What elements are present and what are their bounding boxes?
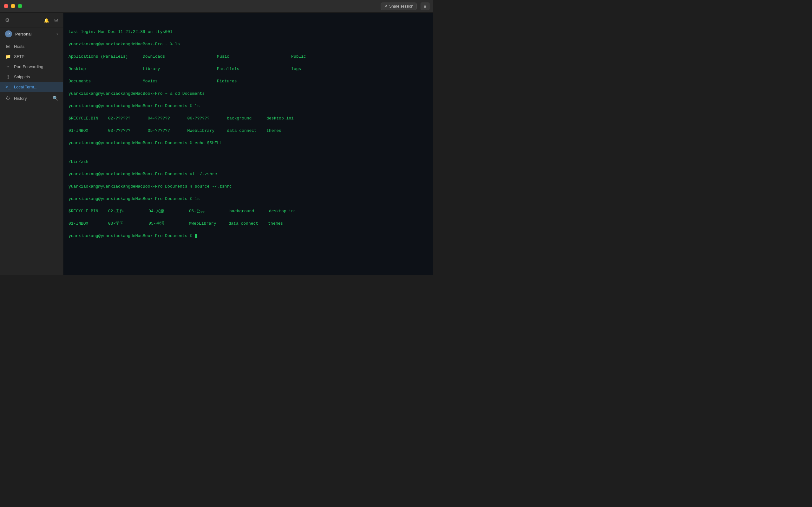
- terminal-line-17: 01-INBOX 03-学习 05-生活 MWebLibrary data co…: [68, 221, 428, 227]
- avatar: P: [5, 31, 12, 38]
- sidebar-item-port-forwarding-label: Port Forwarding: [14, 64, 58, 69]
- terminal-content[interactable]: Last login: Mon Dec 11 21:22:39 on ttys0…: [63, 13, 433, 275]
- share-session-button[interactable]: ↗ Share session: [380, 3, 417, 10]
- compose-icon[interactable]: ✉: [53, 16, 59, 24]
- minimize-button[interactable]: [11, 4, 15, 8]
- terminal-line-15: yuanxiaokang@yuanxiaokangdeMacBook-Pro D…: [68, 196, 428, 202]
- terminal-line-7: yuanxiaokang@yuanxiaokangdeMacBook-Pro D…: [68, 103, 428, 109]
- terminal-line-2: yuanxiaokang@yuanxiaokangdeMacBook-Pro ~…: [68, 41, 428, 48]
- main-layout: ⚙ 🔔 ✉ P Personal ▾ ⊞ Hosts 📁 SFTP ↔: [0, 13, 433, 275]
- terminal-line-12: /bin/zsh: [68, 159, 428, 165]
- folder-icon: 📁: [5, 54, 11, 59]
- terminal-line-1: Last login: Mon Dec 11 21:22:39 on ttys0…: [68, 29, 428, 35]
- layout-icon: ⊞: [423, 4, 426, 9]
- sidebar-item-sftp-label: SFTP: [14, 54, 58, 59]
- search-icon[interactable]: 🔍: [53, 96, 58, 101]
- terminal-line-4: Desktop Library Parallels logs: [68, 66, 428, 72]
- terminal-line-9: 01-INBOX 03-?????? 05-?????? MWebLibrary…: [68, 128, 428, 134]
- terminal-line-6: yuanxiaokang@yuanxiaokangdeMacBook-Pro ~…: [68, 91, 428, 97]
- sidebar-top: ⚙ 🔔 ✉: [0, 13, 63, 28]
- sidebar-item-history-label: History: [14, 96, 49, 101]
- sidebar-item-hosts[interactable]: ⊞ Hosts: [0, 41, 63, 51]
- layout-button[interactable]: ⊞: [420, 3, 429, 10]
- sidebar-item-sftp[interactable]: 📁 SFTP: [0, 51, 63, 61]
- sidebar-item-local-term-label: Local Term...: [14, 84, 58, 89]
- terminal-cursor: [195, 234, 197, 238]
- close-button[interactable]: [4, 4, 8, 8]
- terminal-line-18: yuanxiaokang@yuanxiaokangdeMacBook-Pro D…: [68, 233, 428, 239]
- share-icon: ↗: [384, 4, 387, 9]
- titlebar-right: ↗ Share session ⊞: [380, 3, 429, 10]
- personal-section[interactable]: P Personal ▾: [0, 28, 63, 40]
- sidebar-item-local-term[interactable]: >_ Local Term...: [0, 82, 63, 92]
- sidebar-top-right: 🔔 ✉: [43, 16, 59, 24]
- sidebar-item-snippets[interactable]: {} Snippets: [0, 72, 63, 82]
- terminal-line-5: Documents Movies Pictures: [68, 78, 428, 84]
- sidebar-nav: ⊞ Hosts 📁 SFTP ↔ Port Forwarding {} Snip…: [0, 40, 63, 93]
- terminal-line-14: yuanxiaokang@yuanxiaokangdeMacBook-Pro D…: [68, 183, 428, 190]
- sidebar-item-hosts-label: Hosts: [14, 44, 58, 49]
- hosts-icon: ⊞: [5, 44, 11, 49]
- traffic-lights: [4, 4, 22, 8]
- history-icon: ⏱: [5, 96, 11, 101]
- personal-label: Personal: [15, 32, 53, 37]
- terminal-line-10: yuanxiaokang@yuanxiaokangdeMacBook-Pro D…: [68, 140, 428, 147]
- sidebar-item-snippets-label: Snippets: [14, 74, 58, 79]
- notification-icon[interactable]: 🔔: [43, 16, 50, 24]
- sidebar: ⚙ 🔔 ✉ P Personal ▾ ⊞ Hosts 📁 SFTP ↔: [0, 13, 63, 275]
- terminal-area[interactable]: Last login: Mon Dec 11 21:22:39 on ttys0…: [63, 13, 433, 275]
- terminal-icon: >_: [5, 84, 11, 89]
- chevron-down-icon: ▾: [56, 32, 58, 36]
- maximize-button[interactable]: [18, 4, 22, 8]
- terminal-line-13: yuanxiaokang@yuanxiaokangdeMacBook-Pro D…: [68, 171, 428, 177]
- snippets-icon: {}: [5, 74, 11, 79]
- titlebar: ↗ Share session ⊞: [0, 0, 433, 13]
- sidebar-item-port-forwarding[interactable]: ↔ Port Forwarding: [0, 61, 63, 72]
- share-session-label: Share session: [389, 4, 413, 9]
- terminal-line-3: Applications (Parallels) Downloads Music…: [68, 54, 428, 60]
- terminal-line-8: $RECYCLE.BIN 02-?????? 04-?????? 06-????…: [68, 115, 428, 122]
- terminal-line-16: $RECYCLE.BIN 02-工作 04-兴趣 06-公共 backgroun…: [68, 208, 428, 215]
- port-forwarding-icon: ↔: [5, 64, 11, 69]
- settings-icon[interactable]: ⚙: [4, 16, 11, 24]
- sidebar-item-history[interactable]: ⏱ History 🔍: [0, 93, 63, 103]
